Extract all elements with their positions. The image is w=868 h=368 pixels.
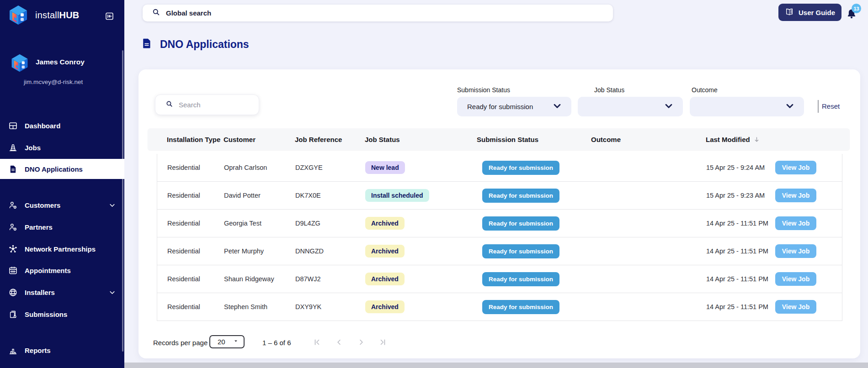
cell-job-status: Archived (365, 300, 477, 313)
user-avatar (10, 53, 30, 73)
submission-status-badge[interactable]: Ready for submission (482, 244, 559, 258)
submission-status-badge[interactable]: Ready for submission (482, 300, 559, 314)
table-body: ResidentialOprah CarlsonDZXGYENew leadRe… (157, 154, 842, 321)
records-per-page-select[interactable]: 20 (209, 335, 245, 348)
submission-status-filter[interactable]: Ready for submission (457, 97, 571, 116)
job-status-badge: Archived (365, 300, 405, 313)
first-page-button[interactable] (313, 338, 321, 347)
submission-status-filter-label: Submission Status (457, 86, 510, 94)
horizontal-scrollbar[interactable] (124, 363, 868, 368)
sidebar-item-label: Jobs (25, 144, 41, 152)
column-header-submission-status: Submission Status (477, 136, 591, 143)
job-status-badge: Install scheduled (365, 189, 429, 202)
notifications-button[interactable]: 13 (846, 5, 862, 21)
view-job-button[interactable]: View Job (775, 300, 816, 314)
sidebar-item-dno-applications[interactable]: DNO Applications (0, 159, 124, 179)
submission-status-badge[interactable]: Ready for submission (482, 272, 559, 286)
job-status-filter-label: Job Status (594, 86, 624, 94)
cell-customer: Georgia Test (224, 220, 295, 227)
sidebar-item-network-partnerships[interactable]: Network Partnerships (0, 239, 124, 259)
customers-icon (8, 200, 18, 210)
submission-status-badge[interactable]: Ready for submission (482, 216, 559, 231)
sidebar-item-label: Dashboard (25, 122, 60, 130)
view-job-button[interactable]: View Job (775, 216, 816, 230)
sidebar-item-appointments[interactable]: Appointments (0, 260, 124, 280)
cell-last-modified: 14 Apr 25 - 11:51 PM (706, 220, 770, 227)
sidebar-item-label: Installers (25, 289, 55, 296)
cell-job-status: New lead (365, 161, 477, 174)
previous-page-button[interactable] (335, 338, 343, 347)
user-guide-label: User Guide (799, 9, 835, 16)
caret-down-icon (233, 338, 239, 346)
sidebar-item-partners[interactable]: Partners (0, 217, 124, 237)
notification-count-badge: 13 (852, 4, 861, 13)
global-search-input[interactable] (166, 9, 577, 17)
reset-filters-button[interactable]: Reset (822, 102, 840, 110)
cell-installation-type: Residential (157, 220, 224, 227)
outcome-filter-label: Outcome (692, 86, 718, 94)
user-name: James Conroy (36, 58, 85, 66)
collapse-sidebar-icon[interactable] (105, 11, 114, 21)
view-job-button[interactable]: View Job (775, 244, 816, 258)
brand-name: installHUB (35, 10, 79, 21)
cell-submission-status: Ready for submission (477, 189, 591, 203)
appointments-icon (8, 266, 18, 275)
sidebar-item-dashboard[interactable]: Dashboard (0, 116, 124, 136)
pagination-range: 1 – 6 of 6 (262, 339, 291, 347)
view-job-button[interactable]: View Job (775, 189, 816, 202)
column-header-customer: Customer (224, 136, 295, 143)
next-page-button[interactable] (357, 338, 366, 347)
view-job-button[interactable]: View Job (775, 272, 816, 286)
filter-divider (818, 100, 819, 113)
table-row: ResidentialShaun RidgewayD87WJ2ArchivedR… (157, 265, 842, 293)
cell-job-reference: DK7X0E (295, 192, 365, 199)
cell-job-reference: DZXGYE (295, 164, 365, 171)
sidebar-item-label: Appointments (25, 267, 71, 274)
sidebar-item-installers[interactable]: Installers (0, 282, 124, 302)
cell-last-modified: 15 Apr 25 - 9:23 AM (706, 192, 770, 199)
sidebar-item-label: Customers (25, 201, 60, 209)
cell-customer: Shaun Ridgeway (224, 275, 295, 283)
table-row: ResidentialDavid PotterDK7X0EInstall sch… (157, 182, 842, 210)
user-guide-button[interactable]: User Guide (778, 4, 841, 21)
submission-status-badge[interactable]: Ready for submission (482, 189, 559, 203)
sidebar-item-jobs[interactable]: Jobs (0, 137, 124, 158)
table-search-input[interactable] (179, 101, 252, 109)
cell-customer: David Potter (224, 192, 295, 199)
outcome-filter[interactable] (690, 97, 804, 116)
job-status-badge: Archived (365, 245, 405, 258)
sidebar-item-label: Partners (25, 223, 53, 231)
jobs-icon (8, 143, 18, 152)
job-status-badge: New lead (365, 161, 405, 174)
table-row: ResidentialPeter MurphyDNNGZDArchivedRea… (157, 237, 842, 265)
sidebar-item-label: Network Partnerships (25, 245, 96, 253)
cell-job-status: Archived (365, 245, 477, 258)
column-header-last-modified[interactable]: Last Modified (706, 136, 769, 143)
sidebar-item-reports[interactable]: Reports (0, 340, 124, 360)
submission-status-filter-value: Ready for submission (467, 103, 547, 110)
table-row: ResidentialOprah CarlsonDZXGYENew leadRe… (157, 154, 842, 182)
submission-status-badge[interactable]: Ready for submission (482, 161, 559, 175)
cell-job-status: Archived (365, 273, 477, 285)
sidebar-item-customers[interactable]: Customers (0, 195, 124, 215)
user-email: jim.mcvey@d-risk.net (24, 79, 83, 85)
reports-icon (8, 346, 18, 355)
last-page-button[interactable] (378, 338, 387, 347)
cell-job-status: Install scheduled (365, 189, 477, 202)
cell-actions: View Job (770, 216, 842, 230)
sidebar-item-submissions[interactable]: Submissions (0, 304, 124, 324)
table-row: ResidentialStephen SmithDXY9YKArchivedRe… (157, 293, 842, 321)
cell-customer: Oprah Carlson (224, 164, 295, 171)
table-search (155, 95, 259, 115)
job-status-badge: Archived (365, 217, 405, 230)
installhub-logo-icon (7, 4, 29, 26)
sidebar-scrollbar[interactable] (122, 50, 123, 352)
partners-icon (8, 222, 18, 232)
cell-installation-type: Residential (157, 303, 224, 310)
table-row: ResidentialGeorgia TestD9L4ZGArchivedRea… (157, 210, 842, 237)
cell-submission-status: Ready for submission (477, 300, 591, 314)
view-job-button[interactable]: View Job (775, 161, 816, 174)
job-status-filter[interactable] (578, 97, 683, 116)
cell-submission-status: Ready for submission (477, 161, 591, 175)
installers-icon (8, 288, 18, 297)
